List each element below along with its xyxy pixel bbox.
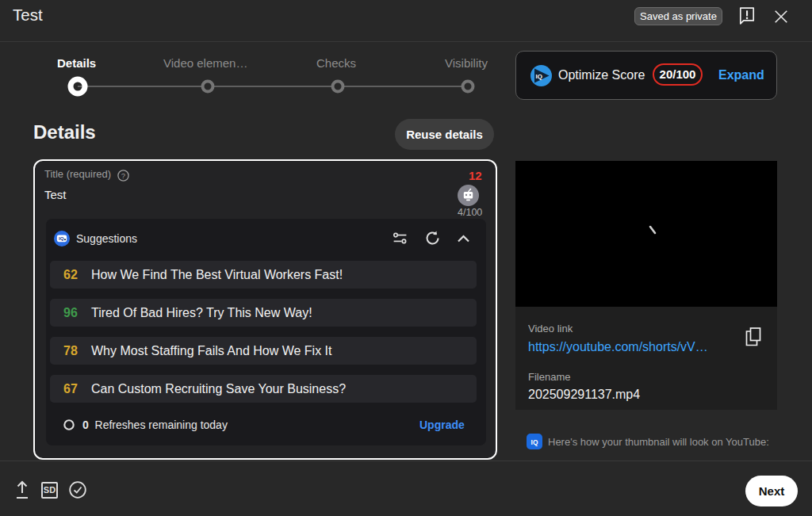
svg-text:IQ: IQ <box>536 73 542 80</box>
svg-text:IQ: IQ <box>531 438 538 446</box>
svg-text:?: ? <box>121 171 125 180</box>
svg-text:IQ: IQ <box>59 235 64 241</box>
